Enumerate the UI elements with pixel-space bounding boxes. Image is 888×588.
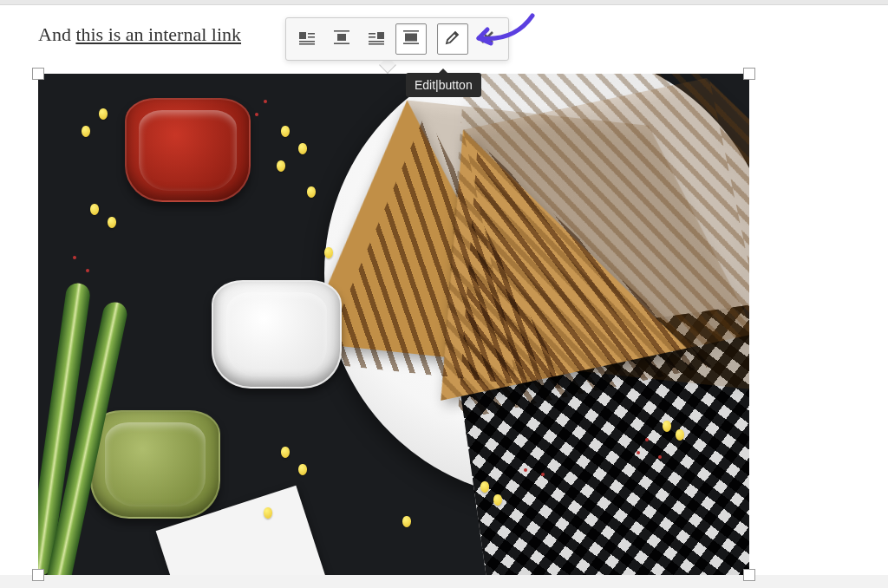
svg-rect-5 [334, 30, 349, 32]
svg-rect-15 [403, 42, 419, 44]
text-before: And [38, 23, 75, 45]
svg-rect-1 [308, 33, 315, 35]
internal-link[interactable]: this is an internal link [75, 23, 241, 45]
svg-rect-14 [405, 34, 417, 42]
svg-rect-8 [377, 32, 384, 39]
svg-rect-0 [299, 32, 306, 39]
align-none-icon [402, 29, 420, 49]
align-right-button[interactable] [361, 23, 392, 55]
svg-rect-9 [369, 33, 375, 35]
svg-rect-2 [308, 36, 315, 38]
svg-rect-12 [369, 43, 384, 45]
align-left-icon [298, 29, 316, 49]
image-content [38, 74, 749, 575]
align-center-icon [333, 29, 350, 49]
align-none-button[interactable] [395, 23, 427, 55]
align-center-button[interactable] [326, 23, 357, 55]
svg-rect-10 [369, 36, 375, 38]
edit-button[interactable] [437, 23, 468, 55]
selected-image[interactable] [38, 74, 749, 575]
svg-rect-11 [369, 41, 384, 42]
svg-rect-7 [334, 42, 349, 44]
svg-rect-13 [403, 30, 419, 32]
resize-handle-bottom-right[interactable] [743, 569, 755, 581]
editor-canvas[interactable]: And this is an internal link to the abou… [0, 5, 888, 575]
resize-handle-bottom-left[interactable] [32, 569, 44, 581]
edit-tooltip: Edit|button [406, 73, 481, 97]
annotation-arrow [473, 12, 536, 54]
resize-handle-top-left[interactable] [32, 68, 44, 80]
align-left-button[interactable] [291, 23, 323, 55]
pencil-icon [444, 29, 461, 49]
svg-rect-6 [337, 34, 346, 41]
resize-handle-top-right[interactable] [743, 68, 755, 80]
svg-rect-3 [299, 41, 315, 42]
svg-rect-4 [299, 43, 315, 45]
align-right-icon [368, 29, 385, 49]
